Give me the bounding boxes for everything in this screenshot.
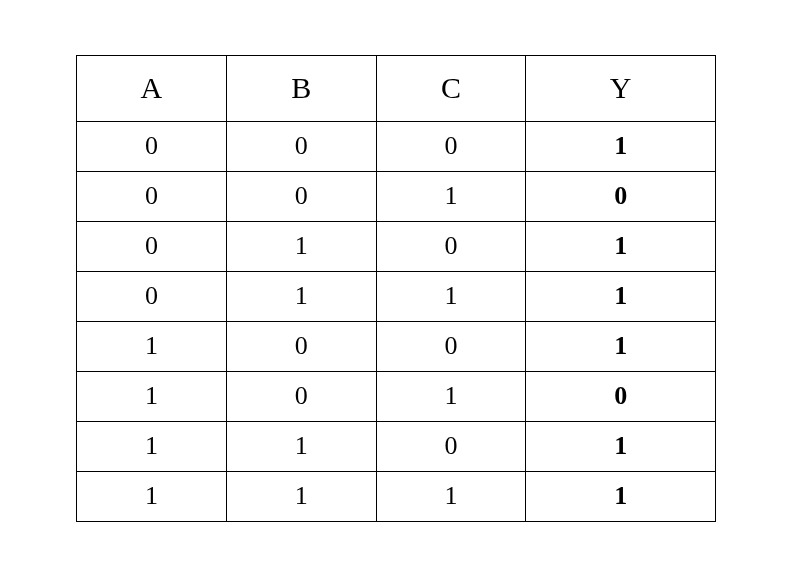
table-cell: 0 [77,271,227,321]
table-row: 0 1 0 1 [77,221,716,271]
table-cell: 1 [77,471,227,521]
truth-table: A B C Y 0 0 0 1 0 0 1 0 0 1 0 [76,55,716,522]
table-cell: 0 [77,121,227,171]
table-cell: 1 [226,221,376,271]
table-cell-output: 0 [526,371,716,421]
table-cell: 1 [376,371,526,421]
table-header: C [376,55,526,121]
table-header: A [77,55,227,121]
table-cell: 0 [226,171,376,221]
table-row: 0 1 1 1 [77,271,716,321]
table-cell: 0 [77,221,227,271]
table-cell: 1 [226,271,376,321]
table-row: 0 0 1 0 [77,171,716,221]
table-cell: 0 [226,371,376,421]
table-cell: 0 [376,221,526,271]
table-cell: 0 [226,121,376,171]
table-cell: 1 [376,471,526,521]
table-cell-output: 1 [526,271,716,321]
table-cell-output: 1 [526,421,716,471]
table-header: Y [526,55,716,121]
table-cell-output: 1 [526,321,716,371]
truth-table-container: A B C Y 0 0 0 1 0 0 1 0 0 1 0 [76,55,716,522]
table-cell: 1 [376,171,526,221]
table-cell: 0 [77,171,227,221]
table-cell: 0 [376,121,526,171]
table-row: 1 0 1 0 [77,371,716,421]
table-cell: 0 [226,321,376,371]
table-cell-output: 1 [526,221,716,271]
table-cell: 1 [226,421,376,471]
table-cell: 1 [77,321,227,371]
table-row: 1 1 0 1 [77,421,716,471]
table-cell: 0 [376,421,526,471]
table-cell-output: 0 [526,171,716,221]
table-cell: 1 [226,471,376,521]
table-header: B [226,55,376,121]
table-row: 1 1 1 1 [77,471,716,521]
table-row: 0 0 0 1 [77,121,716,171]
table-cell-output: 1 [526,471,716,521]
table-cell: 1 [77,421,227,471]
table-cell-output: 1 [526,121,716,171]
table-cell: 1 [376,271,526,321]
table-row: 1 0 0 1 [77,321,716,371]
table-cell: 0 [376,321,526,371]
table-cell: 1 [77,371,227,421]
